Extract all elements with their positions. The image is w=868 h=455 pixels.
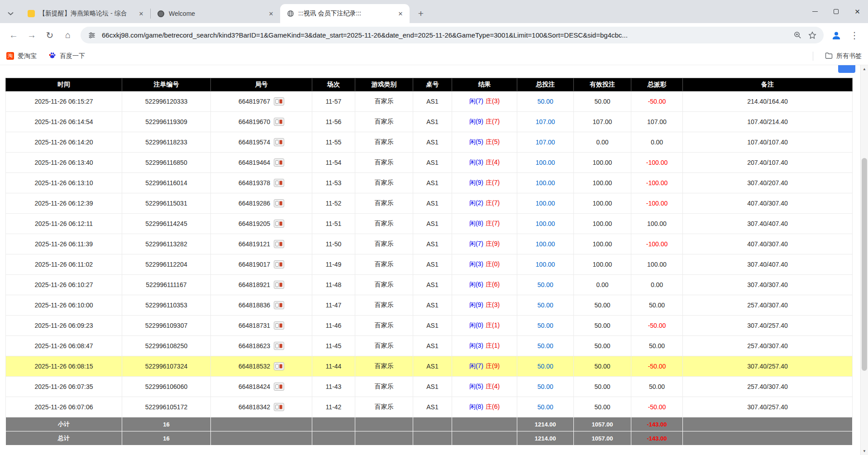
total-bet-link[interactable]: 50.00 [537,342,553,350]
round-result-preview-icon[interactable] [274,403,284,411]
col-header-table-no: 桌号 [413,78,452,91]
browser-menu-button[interactable]: ⋮ [845,26,863,44]
result-player: 闲(5) [469,138,483,145]
scroll-down-icon[interactable]: ▼ [861,447,868,455]
tab-close-icon[interactable]: ✕ [267,9,276,18]
round-id-text: 664818424 [238,383,270,390]
new-tab-button[interactable]: + [414,6,428,21]
col-header-remark: 备注 [683,78,853,91]
total-bet-link[interactable]: 100.00 [536,261,555,268]
cell-round-id: 664818921 [211,275,312,295]
cell-payout: 0.00 [631,132,683,153]
total-bet-link[interactable]: 50.00 [537,281,553,288]
bookmark-baidu[interactable]: 百度一下 [48,52,85,61]
partial-search-button[interactable] [838,65,855,73]
tab-close-icon[interactable]: ✕ [396,9,405,18]
all-bookmarks-button[interactable]: 所有书签 [825,52,862,60]
result-banker: 庄(5) [486,138,500,145]
address-bar[interactable]: 66cxkj98.com/game/betrecord_search/kind3… [81,27,824,43]
cell-order-id: 522996118233 [122,132,211,153]
round-result-preview-icon[interactable] [274,362,284,370]
cell-remark: 257.40/307.40 [683,336,853,356]
total-bet-link[interactable]: 100.00 [536,220,555,227]
round-result-preview-icon[interactable] [274,179,284,187]
round-result-preview-icon[interactable] [274,138,284,146]
round-id-text: 664818921 [238,281,270,288]
profile-avatar[interactable] [827,26,845,44]
total-bet-link[interactable]: 100.00 [536,200,555,207]
cell-total-bet: 50.00 [517,397,574,417]
total-bet-link[interactable]: 107.00 [536,139,555,146]
round-result-preview-icon[interactable] [274,97,284,105]
total-bet-link[interactable]: 50.00 [537,383,553,390]
round-result-preview-icon[interactable] [274,321,284,330]
tab-forum[interactable]: 【新提醒】海燕策略论坛 - 综合 ✕ [21,4,150,23]
total-bet-link[interactable]: 50.00 [537,363,553,370]
table-row: 2025-11-26 06:07:35 522996106060 6648184… [6,377,853,397]
site-info-icon[interactable] [87,30,97,40]
reload-button[interactable]: ↻ [41,26,59,44]
page-scrollbar[interactable]: ▲ ▼ [860,65,868,455]
round-result-preview-icon[interactable] [274,383,284,391]
table-row: 2025-11-26 06:12:11 522996114245 6648192… [6,214,853,234]
round-result-preview-icon[interactable] [274,281,284,289]
tab-search-chevron-icon[interactable] [0,4,21,23]
minimize-button[interactable] [804,0,825,23]
col-header-result: 结果 [452,78,517,91]
url-text[interactable]: 66cxkj98.com/game/betrecord_search/kind3… [102,31,787,39]
total-bet-link[interactable]: 50.00 [537,98,553,105]
round-result-preview-icon[interactable] [274,220,284,228]
cell-result: 闲(5)庄(5) [452,132,517,153]
cell-valid-bet: 100.00 [574,254,631,275]
close-window-button[interactable]: ✕ [847,0,868,23]
tab-welcome[interactable]: Welcome ✕ [151,4,280,23]
round-id-text: 664818836 [238,302,270,309]
round-id-text: 664819286 [238,200,270,207]
maximize-button[interactable] [825,0,847,23]
total-bet-link[interactable]: 100.00 [536,240,555,248]
cell-table-no: AS1 [413,377,452,397]
bookmark-aitaobao[interactable]: 淘 爱淘宝 [6,52,37,60]
total-bet-link[interactable]: 50.00 [537,403,553,411]
cell-session: 11-55 [312,132,355,153]
cell-payout: 100.00 [631,254,683,275]
table-row: 2025-11-26 06:09:23 522996109307 6648187… [6,316,853,336]
round-result-preview-icon[interactable] [274,118,284,126]
col-header-order-id: 注单编号 [122,78,211,91]
round-result-preview-icon[interactable] [274,301,284,309]
cell-payout: -100.00 [631,153,683,173]
empty-cell [413,431,452,445]
total-bet-link[interactable]: 50.00 [537,302,553,309]
scroll-up-icon[interactable]: ▲ [861,65,868,73]
round-result-preview-icon[interactable] [274,260,284,268]
cell-total-bet: 50.00 [517,377,574,397]
result-player: 闲(0) [469,321,483,329]
cell-total-bet: 50.00 [517,295,574,316]
cell-payout: -50.00 [631,91,683,112]
tab-bet-records[interactable]: :::视讯 会员下注纪录::: ✕ [280,4,410,23]
zoom-icon[interactable] [792,30,802,40]
home-button[interactable]: ⌂ [59,26,77,44]
cell-time: 2025-11-26 06:08:15 [6,356,122,377]
tab-close-icon[interactable]: ✕ [137,9,146,18]
subtotal-label: 小计 [6,417,122,431]
forward-button[interactable]: → [23,26,41,44]
total-bet-link[interactable]: 100.00 [536,179,555,187]
cell-result: 闲(2)庄(7) [452,193,517,214]
round-result-preview-icon[interactable] [274,199,284,207]
cell-remark: 307.40/207.40 [683,173,853,193]
bookmark-label: 爱淘宝 [18,52,37,60]
total-bet-link[interactable]: 107.00 [536,118,555,125]
scrollbar-thumb[interactable] [862,158,867,371]
total-row: 总计 16 1214.00 1057.00 -143.00 [6,431,853,445]
bookmark-star-icon[interactable] [807,30,817,40]
round-result-preview-icon[interactable] [274,342,284,350]
round-result-preview-icon[interactable] [274,158,284,167]
back-button[interactable]: ← [5,26,23,44]
round-result-preview-icon[interactable] [274,240,284,248]
total-bet-link[interactable]: 50.00 [537,322,553,329]
subtotal-row: 小计 16 1214.00 1057.00 -143.00 [6,417,853,431]
total-bet-link[interactable]: 100.00 [536,159,555,166]
window-controls: ✕ [804,0,868,23]
result-banker: 庄(4) [486,158,500,166]
